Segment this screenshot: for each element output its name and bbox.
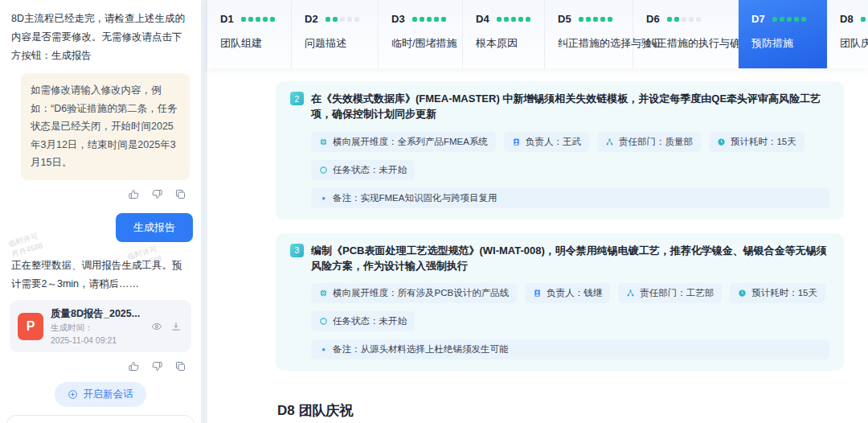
chat-sidebar: 8D主流程已经走完，请检查上述生成的内容是否需要修改。无需修改请点击下方按钮：生… [0,0,201,423]
main-panel: D1 团队组建D2 问题描述D3 临时/围堵措施D4 根本原因D5 纠正措施的选… [207,0,868,423]
tag-row: 横向展开维度：全系列产品FMEA系统 负责人：王武 责任部门：质量部 预计耗时：… [311,132,829,180]
tag-text: 任务状态：未开始 [333,164,407,176]
progress-dot [787,17,792,22]
progress-dot [526,17,530,22]
tab-label: 纠正措施的选择与验证 [558,36,621,51]
progress-dot [801,17,806,22]
file-actions [151,321,183,332]
tab-id: D1 [220,13,234,25]
task-list: 2 在《失效模式数据库》(FMEA-MASTER) 中新增锡须相关失效链模板，并… [276,81,844,371]
progress-dot [241,17,246,22]
progress-dot [504,17,509,22]
copy-icon[interactable] [174,188,186,200]
thumbs-down-icon[interactable] [151,188,163,200]
task-number-badge: 2 [290,92,304,105]
status-icon [319,166,328,175]
new-session-button[interactable]: 开启新会话 [55,382,146,407]
tab-d4[interactable]: D4 根本原因 [463,0,545,68]
tag-text: 责任部门：工艺部 [640,287,714,299]
progress-dot [354,17,359,22]
report-file-card[interactable]: P 质量8D报告_2025... 生成时间： 2025-11-04 09:21 [10,300,191,352]
panel-divider [201,0,207,423]
progress-dot [427,17,432,22]
chat-input-box [6,415,194,423]
tag-text: 预计耗时：15天 [731,136,796,148]
tab-d8[interactable]: D8 团队庆祝 [827,0,868,68]
task-tag: 责任部门：质量部 [597,132,701,152]
chat-input[interactable] [7,416,194,423]
progress-dot [326,17,330,22]
download-icon[interactable] [170,321,182,332]
plus-circle-icon [68,389,78,400]
progress-dot [497,17,502,22]
progress-dot [412,17,417,22]
assistant-progress-message: 正在整理数据、调用报告生成工具。预计需要2～3min，请稍后…… [0,242,201,294]
note-icon [319,194,328,203]
task-number-badge: 3 [290,244,304,257]
progress-dot [340,17,345,22]
progress-dot [593,17,598,22]
task-tag: 横向展开维度：所有涉及PCB设计的产品线 [311,283,517,303]
tab-d2[interactable]: D2 问题描述 [292,0,379,68]
tag-text: 责任部门：质量部 [619,136,693,148]
progress-dot [586,17,591,22]
file-name: 质量8D报告_2025... [51,307,144,321]
generate-report-button[interactable]: 生成报告 [116,213,193,242]
task-tag: 预计耗时：15天 [730,283,825,303]
thumbs-up-icon[interactable] [128,360,140,372]
tab-d3[interactable]: D3 临时/围堵措施 [379,0,463,68]
progress-dots [772,17,806,22]
message-actions-2 [0,352,201,372]
progress-dot [434,17,439,22]
tab-id: D8 [840,13,854,25]
thumbs-up-icon[interactable] [128,188,140,200]
tab-label: 预防措施 [751,36,816,51]
task-note-tag: 备注：从源头材料选择上杜绝锡须发生可能 [311,339,829,359]
progress-dot [256,17,260,22]
task-title: 编制《PCB表面处理工艺选型规范》(WI-MAT-008)，明令禁用纯锡电镀工艺… [311,244,829,274]
progress-dots [326,17,359,22]
progress-dots [667,17,701,22]
progress-dot [794,17,799,22]
preview-eye-icon[interactable] [151,321,162,332]
progress-dot [689,17,694,22]
tab-d5[interactable]: D5 纠正措施的选择与验证 [545,0,633,68]
owner-icon [512,138,521,146]
tag-row: 横向展开维度：所有涉及PCB设计的产品线 负责人：钱继 责任部门：工艺部 预计耗… [311,283,829,331]
task-card: 3 编制《PCB表面处理工艺选型规范》(WI-MAT-008)，明令禁用纯锡电镀… [276,233,844,372]
dimension-icon [319,289,328,298]
tab-d1[interactable]: D1 团队组建 [207,0,292,68]
tab-id: D3 [391,13,405,25]
pdf-file-icon: P [18,313,43,340]
progress-dots [579,17,612,22]
task-tag: 责任部门：工艺部 [618,283,722,303]
thumbs-down-icon[interactable] [151,360,163,372]
progress-dot [420,17,424,22]
progress-dot [518,17,523,22]
department-icon [626,289,635,298]
progress-dot [780,17,784,22]
owner-icon [533,289,542,298]
tab-id: D5 [558,13,571,25]
task-tag: 负责人：钱继 [525,283,610,303]
note-text: 备注：实现FMEA知识固化与跨项目复用 [333,192,497,204]
tag-text: 预计耗时：15天 [751,287,817,299]
progress-dot [333,17,338,22]
tag-text: 横向展开维度：全系列产品FMEA系统 [333,136,488,148]
progress-dot [861,17,866,22]
department-icon [605,138,614,146]
file-time-value: 2025-11-04 09:21 [51,335,144,345]
tag-text: 横向展开维度：所有涉及PCB设计的产品线 [333,287,509,299]
copy-icon[interactable] [174,360,186,372]
modification-hint-box: 如需修改请输入修改内容，例如：“D6验证措施的第二条，任务状态是已经关闭，开始时… [21,73,190,180]
dimension-icon [319,138,328,146]
progress-dot [579,17,583,22]
progress-dots [861,17,868,22]
progress-dot [772,17,777,22]
section-title-d8: D8 团队庆祝 [277,401,844,420]
task-tag: 任务状态：未开始 [311,160,415,180]
duration-icon [738,289,747,298]
message-actions [0,180,201,200]
tab-d7[interactable]: D7 预防措施 [739,0,827,68]
tab-d6[interactable]: D6 纠正措施的执行与确认 [633,0,739,68]
